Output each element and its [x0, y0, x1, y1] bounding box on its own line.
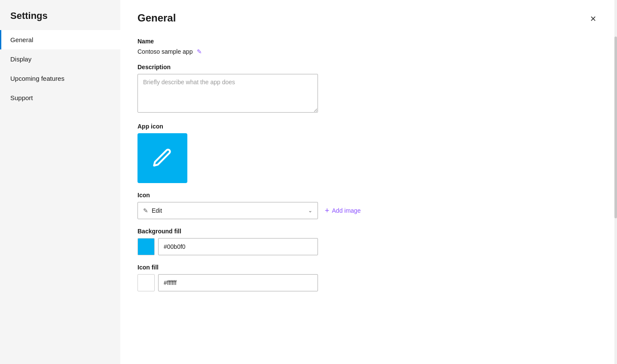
chevron-down-icon: ⌄ [308, 208, 312, 214]
sidebar-item-upcoming-features[interactable]: Upcoming features [0, 69, 120, 88]
app-icon-pencil-icon [151, 147, 174, 169]
sidebar-item-support[interactable]: Support [0, 88, 120, 107]
name-section-label: Name [137, 38, 600, 45]
sidebar-item-general-label: General [10, 36, 33, 43]
icon-label: Icon [137, 192, 600, 199]
app-icon-box[interactable] [137, 133, 187, 183]
background-fill-input[interactable] [158, 238, 318, 255]
background-fill-section: Background fill [137, 228, 600, 255]
app-icon-section: App icon [137, 123, 600, 183]
scrollbar-thumb [614, 37, 617, 219]
background-fill-row [137, 238, 600, 255]
icon-select-pencil-icon: ✎ [143, 207, 148, 214]
sidebar-item-display-label: Display [10, 55, 31, 63]
add-image-plus-icon: + [325, 206, 330, 215]
page-title: General [137, 12, 176, 24]
sidebar-item-display[interactable]: Display [0, 49, 120, 69]
add-image-button[interactable]: + Add image [325, 206, 360, 215]
name-section: Name Contoso sample app ✎ [137, 38, 600, 55]
icon-select-value: Edit [152, 207, 162, 214]
sidebar-item-support-label: Support [10, 94, 33, 101]
icon-fill-section: Icon fill [137, 264, 600, 291]
scrollbar-track[interactable] [614, 0, 617, 364]
icon-fill-row [137, 274, 600, 291]
description-label: Description [137, 64, 600, 70]
description-input[interactable] [137, 74, 318, 113]
name-edit-icon[interactable]: ✎ [197, 48, 202, 55]
main-header: General ✕ [137, 12, 600, 26]
icon-select-dropdown[interactable]: ✎ Edit ⌄ [137, 202, 318, 219]
icon-section: Icon ✎ Edit ⌄ + Add image [137, 192, 600, 219]
icon-select-left: ✎ Edit [143, 207, 162, 214]
sidebar: Settings General Display Upcoming featur… [0, 0, 120, 364]
background-fill-label: Background fill [137, 228, 600, 235]
sidebar-title: Settings [0, 0, 120, 30]
icon-row: ✎ Edit ⌄ + Add image [137, 202, 600, 219]
sidebar-nav: General Display Upcoming features Suppor… [0, 30, 120, 107]
icon-fill-color-swatch[interactable] [137, 274, 155, 291]
icon-fill-label: Icon fill [137, 264, 600, 271]
background-color-swatch[interactable] [137, 238, 155, 255]
main-content: General ✕ Name Contoso sample app ✎ Desc… [120, 0, 617, 364]
name-row: Contoso sample app ✎ [137, 48, 600, 55]
sidebar-item-general[interactable]: General [0, 30, 120, 49]
app-icon-label: App icon [137, 123, 600, 130]
icon-fill-input[interactable] [158, 274, 318, 291]
name-value: Contoso sample app [137, 48, 192, 55]
add-image-label: Add image [332, 207, 361, 214]
close-button[interactable]: ✕ [586, 12, 600, 26]
description-section: Description [137, 64, 600, 114]
sidebar-item-upcoming-features-label: Upcoming features [10, 75, 64, 82]
